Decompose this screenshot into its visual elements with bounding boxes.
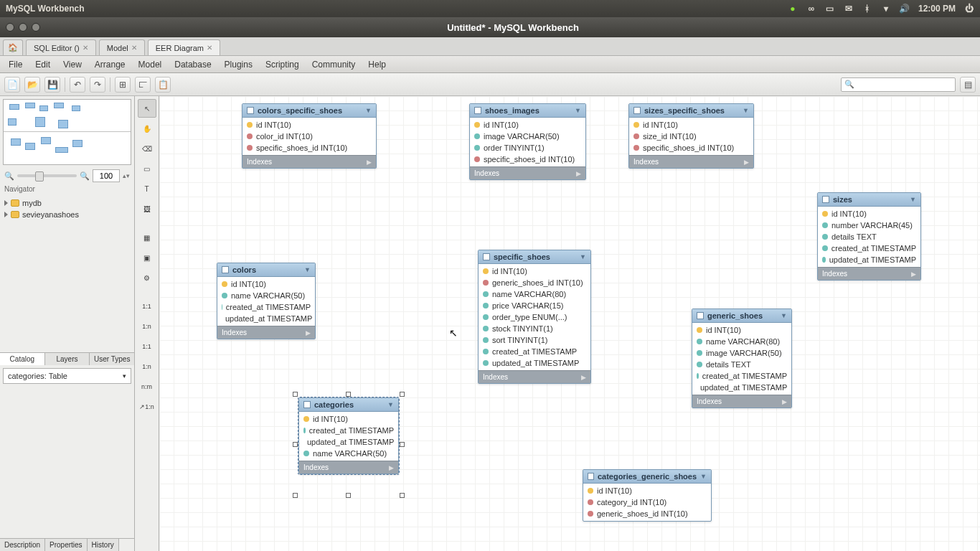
chevron-down-icon[interactable]: ▼ — [580, 253, 586, 260]
tab-eer-diagram[interactable]: EER Diagram✕ — [148, 39, 220, 55]
column-row[interactable]: generic_shoes_id INT(10) — [479, 277, 590, 288]
column-row[interactable]: number VARCHAR(45) — [818, 220, 920, 231]
column-row[interactable]: name VARCHAR(50) — [299, 448, 398, 459]
indexes-toggle[interactable]: Indexes▶ — [470, 166, 585, 179]
resize-handle[interactable] — [293, 392, 298, 397]
indexes-toggle[interactable]: Indexes▶ — [299, 461, 398, 474]
bottomtab-description[interactable]: Description — [0, 539, 45, 551]
menu-model[interactable]: Model — [133, 58, 168, 71]
chevron-down-icon[interactable]: ▼ — [781, 312, 787, 319]
menu-community[interactable]: Community — [306, 58, 362, 71]
undo-button[interactable]: ↶ — [70, 77, 85, 93]
schema-node-mydb[interactable]: mydb — [1, 197, 133, 209]
column-row[interactable]: category_id INT(10) — [583, 496, 711, 508]
rel-n-m-tool[interactable]: n:m — [138, 377, 156, 396]
column-row[interactable]: created_at TIMESTAMP — [818, 242, 920, 254]
chevron-down-icon[interactable]: ▼ — [700, 473, 707, 480]
object-selector[interactable]: categories: Table ▾ — [3, 368, 131, 384]
column-row[interactable]: name VARCHAR(80) — [479, 288, 590, 300]
toolbar-search[interactable]: 🔍 — [841, 77, 956, 92]
rel-1-n-ni-tool[interactable]: 1:n — [138, 357, 156, 376]
resize-handle[interactable] — [400, 493, 405, 498]
column-row[interactable]: created_at TIMESTAMP — [479, 346, 590, 357]
column-row[interactable]: name VARCHAR(80) — [692, 336, 791, 347]
tab-model[interactable]: Model✕ — [99, 39, 145, 55]
close-window-button[interactable] — [6, 23, 14, 32]
column-row[interactable]: specific_shoes_id INT(10) — [470, 154, 585, 165]
align-toggle-button[interactable]: ⫍ — [135, 77, 151, 93]
column-row[interactable]: updated_at TIMESTAMP — [692, 382, 791, 393]
zoom-stepper[interactable]: ▴▾ — [123, 172, 130, 179]
chevron-down-icon[interactable]: ▼ — [365, 107, 372, 114]
menu-plugins[interactable]: Plugins — [219, 58, 258, 71]
column-row[interactable]: name VARCHAR(50) — [217, 290, 315, 301]
schema-tree[interactable]: mydb sevieyanashoes — [0, 194, 134, 352]
column-row[interactable]: id INT(10) — [583, 485, 711, 496]
tab-sql-editor[interactable]: SQL Editor ()✕ — [26, 39, 96, 55]
window-titlebar[interactable]: Untitled* - MySQL Workbench — [0, 17, 980, 37]
zoom-value-input[interactable] — [93, 169, 120, 182]
hand-tool[interactable]: ✋ — [138, 119, 156, 138]
column-row[interactable]: sort TINYINT(1) — [479, 334, 590, 346]
column-row[interactable]: color_id INT(10) — [242, 131, 376, 142]
column-row[interactable]: image VARCHAR(50) — [470, 131, 585, 142]
column-row[interactable]: price VARCHAR(15) — [479, 300, 590, 311]
column-row[interactable]: created_at TIMESTAMP — [692, 370, 791, 382]
table-colors[interactable]: colors▼ id INT(10)name VARCHAR(50)create… — [217, 263, 316, 339]
column-row[interactable]: image VARCHAR(50) — [692, 347, 791, 359]
zoom-out-button[interactable]: 🔍 — [4, 171, 14, 181]
rel-place-tool[interactable]: ↗1:n — [138, 397, 156, 416]
table-tool[interactable]: ▦ — [138, 228, 156, 247]
routine-tool[interactable]: ⚙ — [138, 268, 156, 287]
column-row[interactable]: details TEXT — [818, 231, 920, 242]
resize-handle[interactable] — [346, 392, 351, 397]
column-row[interactable]: size_id INT(10) — [629, 131, 753, 142]
column-row[interactable]: id INT(10) — [217, 278, 315, 290]
column-row[interactable]: details TEXT — [692, 359, 791, 370]
table-colors-specific-shoes[interactable]: colors_specific_shoes▼ id INT(10)color_i… — [242, 103, 377, 169]
chevron-down-icon[interactable]: ▼ — [743, 107, 749, 114]
diagram-canvas[interactable]: colors_specific_shoes▼ id INT(10)color_i… — [159, 96, 980, 551]
expand-icon[interactable] — [4, 200, 8, 206]
indexes-toggle[interactable]: Indexes▶ — [692, 395, 791, 408]
new-model-button[interactable]: 📄 — [4, 77, 20, 93]
column-row[interactable]: created_at TIMESTAMP — [217, 301, 315, 313]
notation-button[interactable]: 📋 — [155, 77, 171, 93]
view-tool[interactable]: ▣ — [138, 248, 156, 267]
rel-1-1-ni-tool[interactable]: 1:1 — [138, 337, 156, 356]
column-row[interactable]: updated_at TIMESTAMP — [479, 357, 590, 369]
menu-help[interactable]: Help — [362, 58, 392, 71]
indexes-toggle[interactable]: Indexes▶ — [242, 155, 376, 168]
table-specific-shoes[interactable]: specific_shoes▼ id INT(10)generic_shoes_… — [478, 250, 591, 384]
column-row[interactable]: specific_shoes_id INT(10) — [242, 142, 376, 154]
close-icon[interactable]: ✕ — [83, 44, 88, 52]
column-row[interactable]: created_at TIMESTAMP — [299, 425, 398, 436]
expand-icon[interactable] — [4, 212, 8, 217]
column-row[interactable]: order TINYINT(1) — [470, 142, 585, 154]
resize-handle[interactable] — [400, 392, 405, 397]
indexes-toggle[interactable]: Indexes▶ — [217, 326, 315, 339]
pointer-tool[interactable]: ↖ — [138, 99, 156, 118]
subtab-user-types[interactable]: User Types — [90, 353, 134, 365]
grid-toggle-button[interactable]: ⊞ — [115, 77, 131, 93]
minimize-window-button[interactable] — [19, 23, 27, 32]
resize-handle[interactable] — [346, 493, 351, 498]
bottomtab-properties[interactable]: Properties — [45, 539, 88, 551]
menu-database[interactable]: Database — [169, 58, 217, 71]
diagram-overview[interactable] — [3, 99, 131, 165]
text-tool[interactable]: T — [138, 179, 156, 198]
resize-handle[interactable] — [293, 493, 298, 498]
toggle-sidebar-button[interactable]: ▤ — [960, 77, 976, 93]
save-button[interactable]: 💾 — [44, 77, 60, 93]
menu-scripting[interactable]: Scripting — [260, 58, 305, 71]
indexes-toggle[interactable]: Indexes▶ — [629, 155, 753, 168]
resize-handle[interactable] — [400, 442, 405, 447]
column-row[interactable]: updated_at TIMESTAMP — [818, 254, 920, 265]
menu-arrange[interactable]: Arrange — [89, 58, 131, 71]
column-row[interactable]: order_type ENUM(...) — [479, 311, 590, 323]
tab-home[interactable]: 🏠 — [3, 39, 23, 55]
table-categories[interactable]: categories▼ id INT(10)created_at TIMESTA… — [298, 397, 399, 474]
rel-1-1-tool[interactable]: 1:1 — [138, 297, 156, 316]
eraser-tool[interactable]: ⌫ — [138, 139, 156, 158]
menu-view[interactable]: View — [57, 58, 88, 71]
